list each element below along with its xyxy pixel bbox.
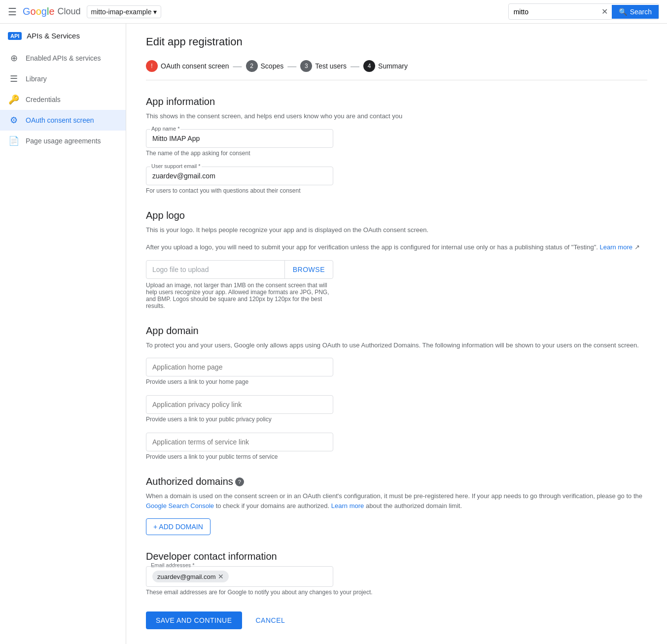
cancel-button[interactable]: CANCEL [246, 611, 295, 629]
app-logo-desc-2: After you upload a logo, you will need t… [146, 242, 647, 252]
external-link-icon: ↗ [634, 243, 640, 251]
api-badge: API [8, 32, 22, 40]
sidebar-item-library[interactable]: ☰ Library [0, 68, 126, 89]
email-addresses-field-group: Email addresses * zuardev@gmail.com ✕ Th… [146, 566, 647, 596]
sidebar-item-label: Credentials [26, 96, 61, 103]
homepage-input[interactable] [152, 363, 327, 371]
app-logo-desc-1: This is your logo. It helps people recog… [146, 225, 647, 235]
app-name-hint: The name of the app asking for consent [146, 150, 647, 157]
chevron-down-icon: ▾ [153, 8, 157, 16]
app-information-desc: This shows in the consent screen, and he… [146, 111, 647, 121]
email-tags-input[interactable]: zuardev@gmail.com ✕ [146, 566, 333, 587]
save-and-continue-button[interactable]: SAVE AND CONTINUE [146, 611, 242, 629]
step-oauth-consent[interactable]: ! OAuth consent screen [146, 60, 229, 72]
search-box: ✕ 🔍 Search [508, 3, 659, 20]
search-input[interactable] [509, 5, 597, 19]
app-domain-desc: To protect you and your users, Google on… [146, 340, 647, 350]
search-bar: ✕ 🔍 Search [508, 3, 659, 20]
app-name-input[interactable] [152, 135, 327, 142]
privacy-input[interactable] [152, 401, 327, 408]
app-domain-title: App domain [146, 325, 647, 337]
authorized-domains-section: Authorized domains ? When a domain is us… [146, 476, 647, 535]
email-tag-remove[interactable]: ✕ [218, 573, 224, 580]
cloud-wordmark: Cloud [58, 6, 81, 17]
user-email-wrapper: User support email * [146, 167, 333, 185]
developer-contact-title: Developer contact information [146, 551, 647, 562]
app-name-container: App name * [146, 129, 333, 148]
user-email-hint: For users to contact you with questions … [146, 187, 647, 194]
google-cloud-logo[interactable]: Google Cloud [23, 6, 81, 17]
logo-upload-hint: Upload an image, not larger than 1MB on … [146, 282, 333, 309]
authorized-domains-help-icon[interactable]: ? [235, 477, 244, 486]
logo-browse-button[interactable]: BROWSE [284, 261, 333, 278]
app-information-section: App information This shows in the consen… [146, 96, 647, 194]
menu-icon[interactable]: ☰ [8, 6, 17, 18]
step-4-label: Summary [378, 62, 408, 70]
step-4-num: 4 [363, 60, 375, 72]
enabled-apis-icon: ⊕ [8, 53, 20, 64]
steps-bar: ! OAuth consent screen — 2 Scopes — 3 Te… [146, 60, 647, 80]
homepage-field-group: Provide users a link to your home page [146, 358, 647, 385]
main-layout: API APIs & Services ⊕ Enabled APIs & ser… [0, 24, 667, 644]
app-name-label: App name * [150, 126, 180, 132]
authorized-domains-desc-3: about the authorized domain limit. [366, 502, 462, 509]
step-3-label: Test users [315, 62, 347, 70]
logo-upload-field: Logo file to upload BROWSE [146, 260, 333, 279]
sidebar: API APIs & Services ⊕ Enabled APIs & ser… [0, 24, 126, 644]
email-tag-value: zuardev@gmail.com [157, 573, 216, 580]
project-name: mitto-imap-example [91, 8, 152, 16]
sidebar-item-label: Enabled APIs & services [26, 54, 101, 62]
sidebar-item-label: OAuth consent screen [26, 116, 94, 124]
learn-more-link-logo[interactable]: Learn more [600, 243, 632, 251]
credentials-icon: 🔑 [8, 94, 20, 105]
action-buttons: SAVE AND CONTINUE CANCEL [146, 611, 647, 629]
step-separator-1: — [233, 61, 242, 71]
step-summary[interactable]: 4 Summary [363, 60, 408, 72]
step-separator-3: — [351, 61, 359, 71]
add-domain-button[interactable]: + ADD DOMAIN [146, 518, 211, 535]
developer-contact-section: Developer contact information Email addr… [146, 551, 647, 596]
step-test-users[interactable]: 3 Test users [300, 60, 347, 72]
library-icon: ☰ [8, 73, 20, 84]
step-separator-2: — [287, 61, 296, 71]
search-button[interactable]: 🔍 Search [612, 5, 659, 19]
page-usage-icon: 📄 [8, 136, 20, 146]
app-logo-title: App logo [146, 210, 647, 221]
topbar: ☰ Google Cloud mitto-imap-example ▾ ✕ 🔍 … [0, 0, 667, 24]
search-button-label: Search [630, 8, 652, 16]
user-email-container: User support email * [146, 167, 333, 185]
authorized-domains-desc-2: to check if your domains are authorized. [216, 502, 330, 509]
tos-wrapper [146, 433, 333, 451]
oauth-icon: ⚙ [8, 115, 20, 126]
sidebar-item-enabled-apis[interactable]: ⊕ Enabled APIs & services [0, 48, 126, 68]
authorized-domains-header: Authorized domains ? [146, 476, 647, 487]
sidebar-title: APIs & Services [27, 32, 80, 40]
sidebar-item-oauth-consent[interactable]: ⚙ OAuth consent screen [0, 110, 126, 131]
search-clear-button[interactable]: ✕ [597, 4, 612, 19]
sidebar-item-label: Page usage agreements [26, 137, 101, 145]
step-1-label: OAuth consent screen [161, 62, 229, 70]
homepage-wrapper [146, 358, 333, 376]
authorized-domains-desc: When a domain is used on the consent scr… [146, 491, 647, 510]
tos-field-group: Provide users a link to your public term… [146, 433, 647, 460]
sidebar-item-label: Library [26, 75, 47, 83]
project-selector[interactable]: mitto-imap-example ▾ [87, 5, 162, 18]
step-scopes[interactable]: 2 Scopes [246, 60, 284, 72]
app-logo-desc-2-text: After you upload a logo, you will need t… [146, 243, 598, 251]
sidebar-item-credentials[interactable]: 🔑 Credentials [0, 89, 126, 110]
google-wordmark: Google [23, 6, 55, 17]
app-domain-section: App domain To protect you and your users… [146, 325, 647, 461]
step-1-num: ! [146, 60, 158, 72]
sidebar-item-page-usage[interactable]: 📄 Page usage agreements [0, 131, 126, 151]
search-icon: 🔍 [619, 8, 627, 16]
tos-hint: Provide users a link to your public term… [146, 453, 647, 460]
user-email-input[interactable] [152, 172, 327, 180]
google-search-console-link[interactable]: Google Search Console [146, 502, 214, 509]
email-addresses-hint: These email addresses are for Google to … [146, 589, 647, 596]
content-area: Edit app registration ! OAuth consent sc… [126, 24, 667, 644]
user-email-field-group: User support email * For users to contac… [146, 167, 647, 194]
tos-input[interactable] [152, 438, 327, 446]
step-2-num: 2 [246, 60, 258, 72]
app-name-field-group: App name * The name of the app asking fo… [146, 129, 647, 157]
learn-more-link-domains[interactable]: Learn more [331, 502, 364, 509]
